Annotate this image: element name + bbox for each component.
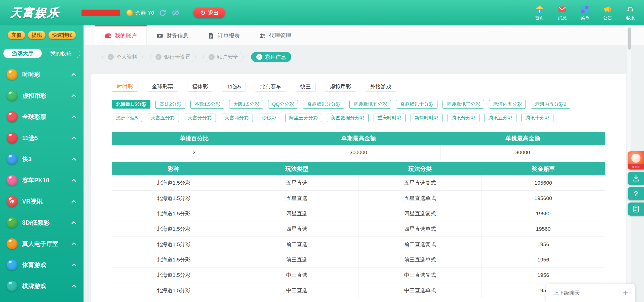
refresh-icon[interactable] xyxy=(159,9,167,17)
sidebar-menu-item[interactable]: 真人电子厅室 xyxy=(0,233,84,254)
chat-bar[interactable]: 上下级聊天 + xyxy=(546,284,635,302)
lottery-type-button[interactable]: 腾讯分分彩 xyxy=(448,114,479,122)
lottery-type-button[interactable]: 谷歌1.5分彩 xyxy=(190,100,224,109)
expand-chat-icon[interactable]: + xyxy=(623,288,628,297)
sidebar-menu-item[interactable]: 棋牌游戏 xyxy=(0,276,84,297)
game-hall-tab[interactable]: 游戏大厅 xyxy=(4,49,42,58)
sidebar-menu-item[interactable]: 体育游戏 xyxy=(0,254,84,276)
sidebar-menu-item[interactable]: 快3 xyxy=(0,149,84,170)
lottery-category-tab[interactable]: 全球彩票 xyxy=(147,82,178,92)
logout-button[interactable]: 退出 xyxy=(193,8,225,18)
lottery-category-tab[interactable]: 外接游戏 xyxy=(365,82,396,92)
help-button[interactable]: ? xyxy=(628,187,644,200)
sidebar-menu-item[interactable]: 时时彩 xyxy=(0,64,84,85)
lottery-type-button[interactable]: QQ分分彩 xyxy=(268,100,298,109)
lottery-category-tab[interactable]: 时时彩 xyxy=(112,82,138,92)
sidebar-menu-item[interactable]: 3D/低频彩 xyxy=(0,212,84,233)
table-cell: 前三直选单式 xyxy=(358,252,482,267)
account-subtab[interactable]: ✓ 彩种信息 xyxy=(251,52,291,62)
table-cell: 300000 xyxy=(276,145,440,160)
lottery-type-button[interactable]: 阿里云分分彩 xyxy=(285,114,322,122)
lottery-info-card: 时时彩全球彩票福体彩11选5北京赛车快三虚拟币彩外接游戏 北海道1.5分彩高雄2… xyxy=(91,74,626,302)
lottery-type-button[interactable]: 奇趣腾讯分分彩 xyxy=(303,100,344,109)
lottery-category-tab[interactable]: 福体彩 xyxy=(187,82,213,92)
subtab-label: 账户安全 xyxy=(217,53,238,60)
lottery-category-tab[interactable]: 北京赛车 xyxy=(255,82,286,92)
table-cell: 五星直选 xyxy=(235,191,358,206)
lottery-type-button[interactable]: 奇趣腾讯十分彩 xyxy=(396,100,437,109)
sidebar-menu-item[interactable]: 全球彩票 xyxy=(0,106,84,127)
table-cell: 1956 xyxy=(482,252,605,267)
certificate-button[interactable] xyxy=(628,203,644,216)
tab-finance-info[interactable]: 财务信息 xyxy=(147,25,198,45)
lottery-type-button[interactable]: 大阪1.5分彩 xyxy=(229,100,263,109)
sidebar-menu-item[interactable]: 11选5 xyxy=(0,127,84,149)
lottery-ball-icon xyxy=(7,238,18,249)
nav-support[interactable]: 客服 xyxy=(622,5,638,21)
sidebar-menu-label: 3D/低频彩 xyxy=(22,219,72,227)
table-cell: 中三直选 xyxy=(235,283,358,298)
lottery-ball-icon xyxy=(7,111,18,122)
check-icon: ✓ xyxy=(256,54,262,60)
lottery-type-button[interactable]: 奇趣腾讯三分彩 xyxy=(442,100,484,109)
nav-home[interactable]: 首页 xyxy=(531,5,548,21)
power-icon xyxy=(200,10,206,16)
sidebar-menu-item[interactable]: 赛车PK10 xyxy=(0,170,84,191)
lottery-type-button[interactable]: 美国数据分分彩 xyxy=(327,114,369,122)
lottery-type-button[interactable]: 秒秒彩 xyxy=(258,114,280,122)
lottery-type-button[interactable]: 腾讯五分彩 xyxy=(485,114,516,122)
lottery-type-button[interactable]: 奇趣腾讯五分彩 xyxy=(349,100,391,109)
table-header-cell: 奖金赔率 xyxy=(482,162,605,175)
lottery-type-button[interactable]: 腾讯十分彩 xyxy=(521,114,553,122)
tab-order-reports[interactable]: 订单报表 xyxy=(198,25,249,45)
lottery-type-button[interactable]: 高雄2分彩 xyxy=(155,100,185,109)
banknote-icon xyxy=(156,32,163,39)
check-icon: ✓ xyxy=(209,54,215,60)
payout-table-header: 彩种玩法类型玩法分类奖金赔率 xyxy=(112,162,605,175)
sidebar-menu-label: 11选5 xyxy=(22,134,72,142)
scrollbar-thumb[interactable] xyxy=(628,27,631,50)
sidebar-action-button[interactable]: 快速转账 xyxy=(48,31,76,39)
question-mark-icon: ? xyxy=(634,189,638,198)
eye-off-icon[interactable] xyxy=(172,9,180,17)
nav-menu[interactable]: 菜单 xyxy=(577,5,593,21)
lottery-category-tab[interactable]: 虚拟币彩 xyxy=(325,82,356,92)
nav-announcements[interactable]: 公告 xyxy=(599,5,616,21)
megaphone-icon xyxy=(603,5,612,14)
favorites-tab[interactable]: 我的收藏 xyxy=(42,49,80,58)
lottery-type-button[interactable]: 重庆时时彩 xyxy=(374,114,406,122)
lottery-category-tab[interactable]: 快三 xyxy=(295,82,316,92)
download-app-button[interactable] xyxy=(628,172,644,185)
sidebar-menu-item[interactable]: VR VR视讯 xyxy=(0,191,84,212)
table-cell: 北海道1.5分彩 xyxy=(112,237,235,252)
lottery-type-button[interactable]: 天富两分彩 xyxy=(221,114,253,122)
account-subtab[interactable]: ✓ 账户安全 xyxy=(203,52,244,62)
sidebar-menu-item[interactable]: 虚拟币彩 xyxy=(0,85,84,106)
lottery-ball-icon xyxy=(7,154,18,165)
table-row: 北海道1.5分彩 五星直选 五星直选复式 195600 xyxy=(112,175,605,191)
mail-icon xyxy=(557,5,567,14)
tab-agent-management[interactable]: 代理管理 xyxy=(249,25,301,45)
table-cell: 30000 xyxy=(441,145,605,160)
sidebar-action-button[interactable]: 提现 xyxy=(28,31,46,39)
lottery-type-button[interactable]: 老河内五分彩 xyxy=(489,100,526,109)
lottery-type-button[interactable]: 天富分分彩 xyxy=(184,114,216,122)
lottery-type-button[interactable]: 北海道1.5分彩 xyxy=(112,100,150,109)
lottery-type-button[interactable]: 老河内五分彩2 xyxy=(531,100,570,109)
lottery-ball-icon xyxy=(7,132,18,144)
lottery-category-tab[interactable]: 11选5 xyxy=(222,82,246,92)
sidebar-menu-label: 全球彩票 xyxy=(22,113,72,121)
lottery-type-button[interactable]: 新疆时时彩 xyxy=(411,114,442,122)
account-subtab[interactable]: ✓ 银行卡设置 xyxy=(150,52,196,62)
hot-promo-button[interactable]: HOT xyxy=(628,151,644,170)
sidebar-menu-label: 赛车PK10 xyxy=(22,176,72,184)
table-header-cell: 玩法分类 xyxy=(358,162,482,175)
sidebar-action-button[interactable]: 充值 xyxy=(8,31,25,39)
lottery-type-button[interactable]: 澳洲幸运5 xyxy=(112,114,142,122)
sidebar-menu-label: 棋牌游戏 xyxy=(22,282,72,290)
account-subtab[interactable]: ✓ 个人资料 xyxy=(102,52,143,62)
nav-messages[interactable]: 消息 xyxy=(554,5,571,21)
tab-my-account[interactable]: 我的账户 xyxy=(95,25,147,45)
lottery-type-button[interactable]: 天富五分彩 xyxy=(147,114,179,122)
table-cell: 北海道1.5分彩 xyxy=(112,206,235,221)
